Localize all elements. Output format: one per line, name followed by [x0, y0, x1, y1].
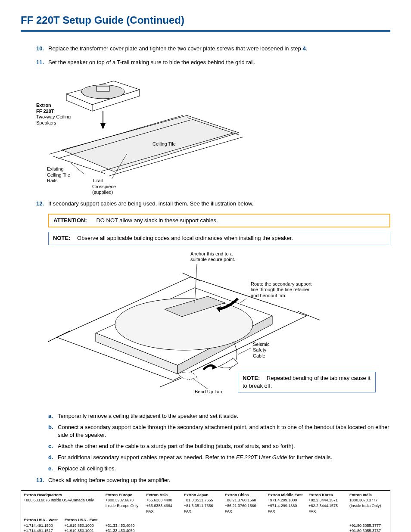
note-box-1: NOTE: Observe all applicable building co… [48, 232, 390, 245]
contact-l1: +82.2.3444.1571 [308, 498, 344, 503]
step-text: Set the speaker on top of a T-rail makin… [48, 59, 390, 66]
contact-l2: Inside Europe Only [106, 503, 141, 509]
step-number: 13. [36, 476, 48, 484]
note-text: Observe all applicable building codes an… [77, 235, 293, 241]
svg-line-21 [182, 273, 201, 281]
contact-table: Extron Headquarters +800.633.9876 Inside… [21, 490, 390, 532]
contact-l1: +800.3987.6673 [106, 498, 141, 503]
contact-name: Extron Europe [106, 492, 141, 498]
fig1-product-label: Extron FF 220T Two-way Ceiling Speakers [36, 103, 71, 126]
step-ref: 4 [302, 45, 305, 52]
fig1-rails: Existing Ceiling Tile Rails [47, 166, 70, 184]
step-number: 11. [36, 59, 48, 66]
contact-l2: +91.80.3055.3737 FAX [349, 528, 387, 532]
sub-num: a. [48, 412, 58, 420]
contact-l1: +1.714.491.1500 [24, 523, 59, 529]
svg-line-32 [240, 299, 246, 303]
contact-name: Extron USA - West [24, 517, 59, 523]
attention-box: ATTENTION: DO NOT allow any slack in the… [48, 214, 390, 227]
contact-name: Extron Korea [308, 492, 344, 498]
fig1-model: FF 220T [36, 109, 54, 114]
sub-num: e. [48, 465, 58, 473]
step-13: 13. Check all wiring before powering up … [36, 476, 390, 484]
substep-a: a. Temporarily remove a ceiling tile adj… [48, 412, 390, 420]
svg-marker-31 [212, 364, 217, 370]
contact-name: Extron Japan [184, 492, 220, 498]
contact-name: Extron Middle East [268, 492, 303, 498]
contact-l2: +971.4.299.1880 FAX [268, 503, 303, 514]
contact-l2: +86.21.3760.1566 FAX [225, 503, 263, 514]
step-number: 10. [36, 45, 48, 53]
contact-name: Extron India [349, 492, 387, 498]
svg-rect-11 [97, 86, 109, 91]
contact-row-2: Extron USA - West +1.714.491.1500 +1.714… [21, 516, 390, 532]
sub-text: Temporarily remove a ceiling tile adjace… [58, 412, 238, 420]
step-number: 12. [36, 200, 48, 208]
sub-text: Replace all ceiling tiles. [58, 465, 116, 473]
contact-name: Extron USA - East [65, 517, 100, 523]
sub-text: For additional secondary support cables … [58, 454, 332, 461]
sub-d-italic: FF 220T User Guide [236, 454, 287, 460]
fig2-route: Route the secondary support line through… [251, 281, 311, 299]
svg-line-34 [193, 378, 208, 389]
step-tail: . [306, 45, 308, 52]
contact-l1: +1.919.850.1000 [65, 523, 100, 529]
fig1-ceiling-tile: Ceiling Tile [153, 141, 176, 147]
note-label: NOTE: [53, 235, 70, 241]
contact-l1: 1800.3070.3777 [349, 498, 387, 503]
inline-note-text: Repeated bending of the tab may cause it… [243, 375, 371, 389]
sub-num: c. [48, 442, 58, 450]
substep-c: c. Attach the other end of the cable to … [48, 442, 390, 450]
svg-marker-13 [101, 123, 105, 128]
contact-l2: +1.714.491.1517 FAX [24, 528, 59, 532]
fig1-sub: Two-way Ceiling Speakers [36, 114, 71, 125]
sub-d-pre: For additional secondary support cables … [58, 454, 236, 460]
contact-name: Extron Asia [146, 492, 178, 498]
fig2-seismic: Seismic Safety Cable [253, 342, 270, 359]
contact-l1: +81.3.3511.7655 [184, 498, 220, 503]
contact-l1: +65.6383.4400 [146, 498, 178, 503]
substep-d: d. For additional secondary support cabl… [48, 454, 390, 461]
step-text: Replace the transformer cover plate and … [48, 45, 390, 53]
page-title: FF 220T Setup Guide (Continued) [21, 13, 390, 28]
contact-row-1: Extron Headquarters +800.633.9876 Inside… [21, 490, 390, 516]
sub-num: d. [48, 454, 58, 461]
contact-l1: +971.4.299.1800 [268, 498, 303, 503]
figure-1: Extron FF 220T Two-way Ceiling Speakers … [36, 72, 390, 193]
contact-l1: +31.33.453.4040 [106, 523, 141, 529]
svg-line-23 [160, 376, 186, 387]
substep-e: e. Replace all ceiling tiles. [48, 465, 390, 473]
step-text: If secondary support cables are being us… [48, 200, 390, 208]
fig1-brand: Extron [36, 103, 51, 108]
svg-line-33 [238, 348, 251, 355]
contact-l1: +91.80.3055.3777 [349, 523, 387, 529]
sub-text: Connect a secondary support cable throug… [58, 423, 390, 439]
contact-l2: +1.919.850.1001 FAX [65, 528, 100, 532]
contact-l1: +86.21.3760.1568 [225, 498, 263, 503]
contact-l1: +800.633.9876 Inside USA/Canada Only [24, 498, 100, 503]
attention-label: ATTENTION: [53, 217, 87, 224]
contact-l2: +82.2.3444.1575 FAX [308, 503, 344, 514]
contact-l2: +81.3.3511.7656 FAX [184, 503, 220, 514]
attention-text: DO NOT allow any slack in these support … [96, 217, 218, 224]
title-rule [21, 30, 390, 32]
contact-l2: +31.33.453.4050 FAX [106, 528, 141, 532]
contact-name: Extron China [225, 492, 263, 498]
fig2-bend: Bend Up Tab [195, 389, 222, 395]
svg-marker-0 [62, 115, 239, 171]
sub-text: Attach the other end of the cable to a s… [58, 442, 295, 450]
sub-num: b. [48, 423, 58, 439]
fig2-anchor: Anchor this end to a suitable secure poi… [190, 251, 235, 263]
sub-d-post: for further details. [287, 454, 332, 460]
step-text: Check all wiring before powering up the … [48, 476, 390, 484]
step-11: 11. Set the speaker on top of a T-rail m… [36, 59, 390, 66]
svg-line-22 [298, 311, 320, 320]
fig1-trail: T-rail Crosspiece (supplied) [92, 178, 116, 196]
substep-b: b. Connect a secondary support cable thr… [48, 423, 390, 439]
contact-l2: (Inside India Only) [349, 503, 387, 509]
inline-note: NOTE: Repeated bending of the tab may ca… [238, 372, 376, 392]
figure-2: Anchor this end to a suitable secure poi… [48, 251, 376, 406]
step-12: 12. If secondary support cables are bein… [36, 200, 390, 208]
step-10: 10. Replace the transformer cover plate … [36, 45, 390, 53]
contact-name: Extron Headquarters [24, 492, 100, 498]
